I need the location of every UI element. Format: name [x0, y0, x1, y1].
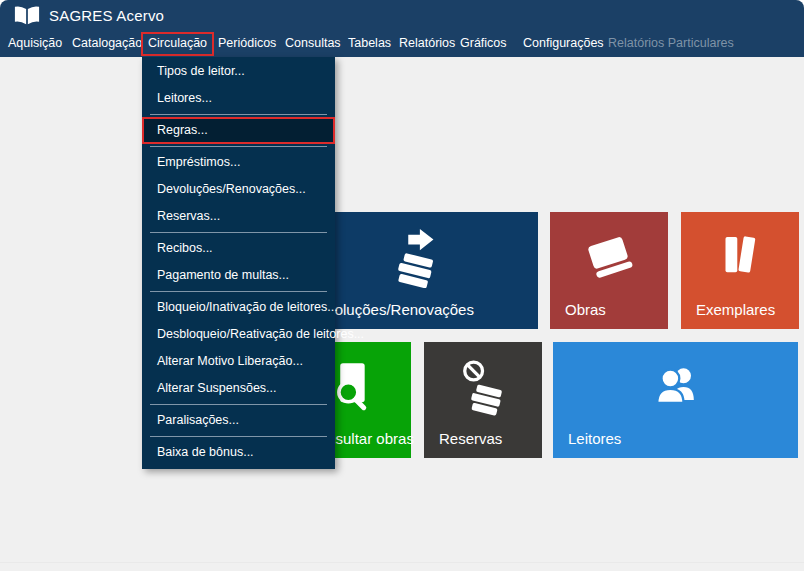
menu-relatorios[interactable]: Relatórios: [392, 31, 462, 55]
menuitem-paralisacoes[interactable]: Paralisações...: [142, 407, 335, 434]
menu-separator: [150, 114, 327, 115]
title-bar: SAGRES Acervo: [0, 0, 804, 30]
menuitem-pagamento-de-multas[interactable]: Pagamento de multas...: [142, 262, 335, 289]
menuitem-alterar-motivo-liberacao[interactable]: Alterar Motivo Liberação...: [142, 348, 335, 375]
tile-leitores[interactable]: Leitores: [553, 342, 798, 458]
books-blocked-icon: [424, 356, 542, 416]
menuitem-leitores[interactable]: Leitores...: [142, 85, 335, 112]
menu-periodicos[interactable]: Periódicos: [211, 31, 283, 55]
tile-label: Leitores: [568, 430, 621, 447]
menuitem-desbloqueio-reativacao[interactable]: Desbloqueio/Reativação de leitores...: [142, 321, 335, 348]
tile-exemplares[interactable]: Exemplares: [681, 212, 799, 329]
menu-bar: Aquisição Catalogação Circulação Periódi…: [0, 30, 804, 57]
menu-separator: [150, 436, 327, 437]
menuitem-baixa-de-bonus[interactable]: Baixa de bônus...: [142, 439, 335, 466]
window-title: SAGRES Acervo: [49, 7, 164, 24]
menu-relatorios-particulares: Relatórios Particulares: [601, 31, 741, 55]
tile-label: Obras: [565, 301, 606, 318]
menu-configuracoes[interactable]: Configurações: [516, 31, 611, 55]
menuitem-bloqueio-inativacao[interactable]: Bloqueio/Inativação de leitores...: [142, 294, 335, 321]
menu-graficos[interactable]: Gráficos: [453, 31, 514, 55]
tile-obras[interactable]: Obras: [550, 212, 668, 329]
menu-consultas[interactable]: Consultas: [278, 31, 348, 55]
menuitem-regras[interactable]: Regras...: [142, 117, 335, 144]
tile-label: Exemplares: [696, 301, 775, 318]
bottom-divider: [0, 562, 804, 563]
book-icon: [550, 226, 668, 286]
menu-tabelas[interactable]: Tabelas: [341, 31, 398, 55]
books-pair-icon: [681, 226, 799, 284]
menuitem-tipos-de-leitor[interactable]: Tipos de leitor...: [142, 58, 335, 85]
menu-aquisicao[interactable]: Aquisição: [1, 31, 69, 55]
tile-reservas[interactable]: Reservas: [424, 342, 542, 458]
menu-separator: [150, 146, 327, 147]
menu-circulacao[interactable]: Circulação: [141, 32, 214, 56]
menu-catalogacao[interactable]: Catalogação: [65, 31, 149, 55]
menuitem-emprestimos[interactable]: Empréstimos...: [142, 149, 335, 176]
menu-separator: [150, 232, 327, 233]
menuitem-devolucoes-renovacoes[interactable]: Devoluções/Renovações...: [142, 176, 335, 203]
menuitem-reservas[interactable]: Reservas...: [142, 203, 335, 230]
menuitem-alterar-suspensoes[interactable]: Alterar Suspensões...: [142, 375, 335, 402]
people-icon: [553, 356, 798, 416]
open-book-icon: [14, 6, 40, 25]
circulacao-dropdown-menu: Tipos de leitor... Leitores... Regras...…: [142, 57, 335, 469]
tile-label: Reservas: [439, 430, 502, 447]
menu-separator: [150, 291, 327, 292]
menu-separator: [150, 404, 327, 405]
app-window: SAGRES Acervo Aquisição Catalogação Circ…: [0, 0, 804, 571]
menuitem-recibos[interactable]: Recibos...: [142, 235, 335, 262]
